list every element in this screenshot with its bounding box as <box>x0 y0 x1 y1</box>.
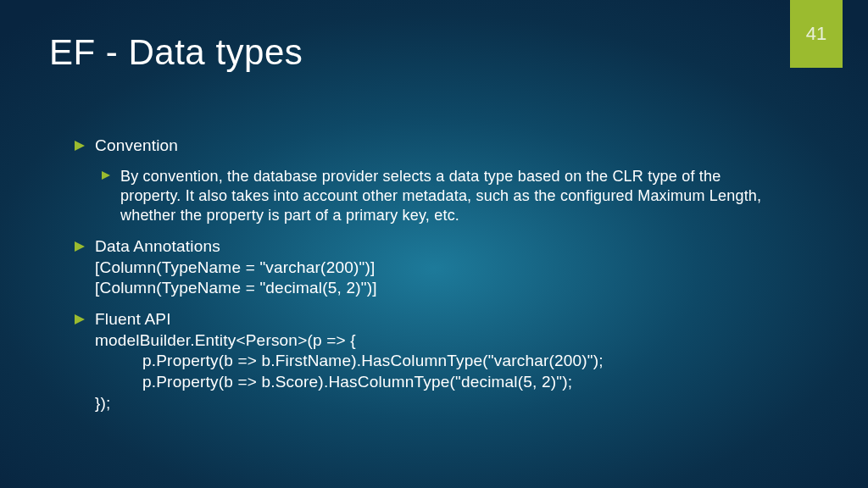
bullet-text: Data Annotations [Column(TypeName = "var… <box>95 236 377 299</box>
bullet-text: By convention, the database provider sel… <box>120 167 783 226</box>
bullet-convention: Convention <box>75 136 783 157</box>
page-number: 41 <box>806 23 826 45</box>
slide-content: Convention By convention, the database p… <box>75 136 783 424</box>
page-number-tab: 41 <box>790 0 843 68</box>
arrow-icon <box>75 314 85 324</box>
svg-marker-3 <box>75 314 85 324</box>
bullet-text: Convention <box>95 136 178 157</box>
text-line: p.Property(b => b.Score).HasColumnType("… <box>95 372 604 393</box>
text-line: p.Property(b => b.FirstName).HasColumnTy… <box>95 351 604 372</box>
bullet-fluent-api: Fluent API modelBuilder.Entity<Person>(p… <box>75 309 783 413</box>
text-line: Fluent API <box>95 309 604 330</box>
bullet-data-annotations: Data Annotations [Column(TypeName = "var… <box>75 236 783 299</box>
text-line: }); <box>95 393 604 414</box>
svg-marker-1 <box>102 171 110 180</box>
text-line: [Column(TypeName = "varchar(200)")] <box>95 258 377 279</box>
svg-marker-0 <box>75 141 85 151</box>
arrow-icon <box>75 141 85 151</box>
page-title: EF - Data types <box>49 32 303 73</box>
svg-marker-2 <box>75 241 85 252</box>
text-line: Data Annotations <box>95 236 377 258</box>
bullet-convention-detail: By convention, the database provider sel… <box>102 167 783 226</box>
arrow-icon <box>102 171 110 180</box>
bullet-text: Fluent API modelBuilder.Entity<Person>(p… <box>95 309 604 413</box>
text-line: modelBuilder.Entity<Person>(p => { <box>95 330 604 352</box>
arrow-icon <box>75 241 85 252</box>
text-line: [Column(TypeName = "decimal(5, 2)")] <box>95 278 377 299</box>
